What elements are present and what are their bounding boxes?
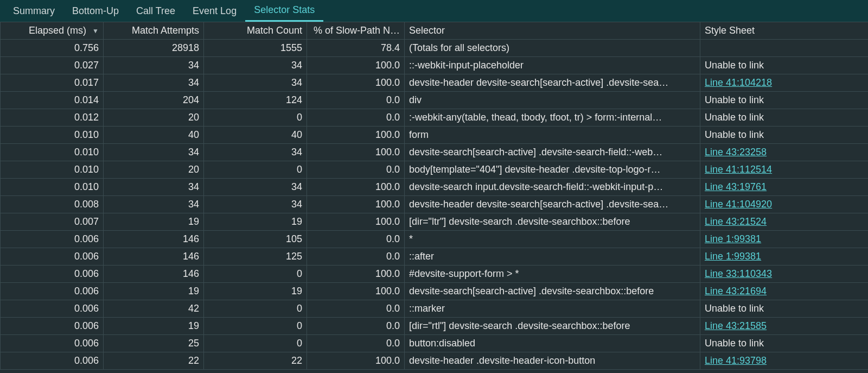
stylesheet-link[interactable]: Line 1:99381 [705,233,761,244]
stylesheet-link[interactable]: Line 41:104920 [705,199,772,210]
cell-elapsed: 0.006 [1,248,104,265]
cell-stylesheet: Unable to link [700,57,869,74]
col-header-attempts[interactable]: Match Attempts [104,22,204,40]
tab-bottom-up[interactable]: Bottom-Up [63,0,127,22]
table-row[interactable]: 0.0173434100.0devsite-header devsite-sea… [1,74,869,92]
table-row[interactable]: 0.0064200.0::markerUnable to link [1,300,869,318]
table-row[interactable]: 0.0061919100.0devsite-search[search-acti… [1,283,869,300]
cell-attempts: 19 [104,213,204,231]
cell-stylesheet: Line 43:21585 [700,318,869,335]
cell-stylesheet [700,40,869,57]
cell-count: 0 [204,335,307,352]
table-row[interactable]: 0.0122000.0:-webkit-any(table, thead, tb… [1,109,869,127]
stylesheet-link[interactable]: Line 43:23258 [705,147,767,157]
table-row[interactable]: 0.0273434100.0::-webkit-input-placeholde… [1,57,869,74]
cell-count: 105 [204,231,307,248]
stylesheet-link[interactable]: Line 43:21694 [705,286,767,296]
col-header-slow[interactable]: % of Slow-Path N… [307,22,405,40]
cell-stylesheet: Line 43:23258 [700,144,869,161]
cell-slow: 0.0 [307,231,405,248]
cell-attempts: 34 [104,57,204,74]
table-header-row: Elapsed (ms) ▼ Match Attempts Match Coun… [1,22,869,40]
col-header-elapsed[interactable]: Elapsed (ms) ▼ [1,22,104,40]
cell-slow: 100.0 [307,283,405,300]
table-row[interactable]: 0.0104040100.0formUnable to link [1,127,869,144]
cell-elapsed: 0.007 [1,213,104,231]
stylesheet-link[interactable]: Line 1:99381 [705,251,761,262]
stylesheet-link[interactable]: Line 41:112514 [705,164,772,175]
cell-slow: 100.0 [307,144,405,161]
cell-selector: #devsite-support-form > * [405,265,700,283]
table-row[interactable]: 0.0062500.0button:disabledUnable to link [1,335,869,352]
table-row[interactable]: 0.0142041240.0divUnable to link [1,92,869,109]
cell-elapsed: 0.012 [1,109,104,127]
cell-count: 0 [204,265,307,283]
cell-attempts: 34 [104,179,204,196]
stylesheet-link[interactable]: Line 33:110343 [705,268,772,279]
table-row[interactable]: 0.0071919100.0[dir="ltr"] devsite-search… [1,213,869,231]
stylesheet-link[interactable]: Line 43:21585 [705,320,767,331]
table-row[interactable]: 0.0102000.0body[template="404"] devsite-… [1,161,869,179]
cell-count: 1555 [204,40,307,57]
cell-selector: [dir="rtl"] devsite-search .devsite-sear… [405,318,700,335]
table-row[interactable]: 0.0103434100.0devsite-search input.devsi… [1,179,869,196]
table-row[interactable]: 0.75628918155578.4(Totals for all select… [1,40,869,57]
cell-elapsed: 0.010 [1,127,104,144]
stylesheet-link[interactable]: Line 41:93798 [705,355,767,366]
cell-attempts: 19 [104,283,204,300]
cell-elapsed: 0.008 [1,196,104,213]
table-row[interactable]: 0.0103434100.0devsite-search[search-acti… [1,144,869,161]
cell-count: 124 [204,92,307,109]
cell-selector: ::marker [405,300,700,318]
cell-count: 22 [204,352,307,370]
cell-selector: * [405,231,700,248]
stylesheet-link[interactable]: Line 41:104218 [705,77,772,88]
tab-summary[interactable]: Summary [4,0,63,22]
cell-count: 19 [204,213,307,231]
col-header-stylesheet[interactable]: Style Sheet [700,22,869,40]
tab-event-log[interactable]: Event Log [184,0,245,22]
cell-slow: 0.0 [307,300,405,318]
col-header-count[interactable]: Match Count [204,22,307,40]
cell-stylesheet: Line 41:104920 [700,196,869,213]
cell-selector: [dir="ltr"] devsite-search .devsite-sear… [405,213,700,231]
cell-attempts: 204 [104,92,204,109]
cell-stylesheet: Line 41:104218 [700,74,869,92]
cell-elapsed: 0.010 [1,161,104,179]
cell-count: 0 [204,109,307,127]
cell-selector: button:disabled [405,335,700,352]
table-row[interactable]: 0.0061900.0[dir="rtl"] devsite-search .d… [1,318,869,335]
cell-count: 125 [204,248,307,265]
cell-elapsed: 0.017 [1,74,104,92]
cell-elapsed: 0.006 [1,300,104,318]
cell-count: 34 [204,179,307,196]
cell-selector: devsite-header devsite-search[search-act… [405,74,700,92]
cell-count: 0 [204,161,307,179]
table-row[interactable]: 0.0062222100.0devsite-header .devsite-he… [1,352,869,370]
cell-elapsed: 0.014 [1,92,104,109]
table-row[interactable]: 0.0061460100.0#devsite-support-form > *L… [1,265,869,283]
cell-attempts: 146 [104,265,204,283]
cell-stylesheet: Line 43:21694 [700,283,869,300]
tab-call-tree[interactable]: Call Tree [127,0,184,22]
cell-elapsed: 0.006 [1,335,104,352]
col-header-selector[interactable]: Selector [405,22,700,40]
cell-attempts: 146 [104,248,204,265]
table-row[interactable]: 0.0061461050.0*Line 1:99381 [1,231,869,248]
cell-elapsed: 0.006 [1,352,104,370]
stylesheet-link[interactable]: Line 43:21524 [705,216,767,227]
cell-selector: (Totals for all selectors) [405,40,700,57]
cell-attempts: 34 [104,74,204,92]
cell-slow: 100.0 [307,352,405,370]
cell-attempts: 146 [104,231,204,248]
cell-attempts: 34 [104,144,204,161]
table-row[interactable]: 0.0061461250.0::afterLine 1:99381 [1,248,869,265]
stylesheet-link[interactable]: Line 43:19761 [705,181,767,192]
cell-slow: 0.0 [307,92,405,109]
cell-count: 19 [204,283,307,300]
cell-elapsed: 0.010 [1,179,104,196]
table-row[interactable]: 0.0083434100.0devsite-header devsite-sea… [1,196,869,213]
cell-stylesheet: Line 41:112514 [700,161,869,179]
tab-selector-stats[interactable]: Selector Stats [245,0,323,22]
sort-descending-icon: ▼ [92,27,99,35]
